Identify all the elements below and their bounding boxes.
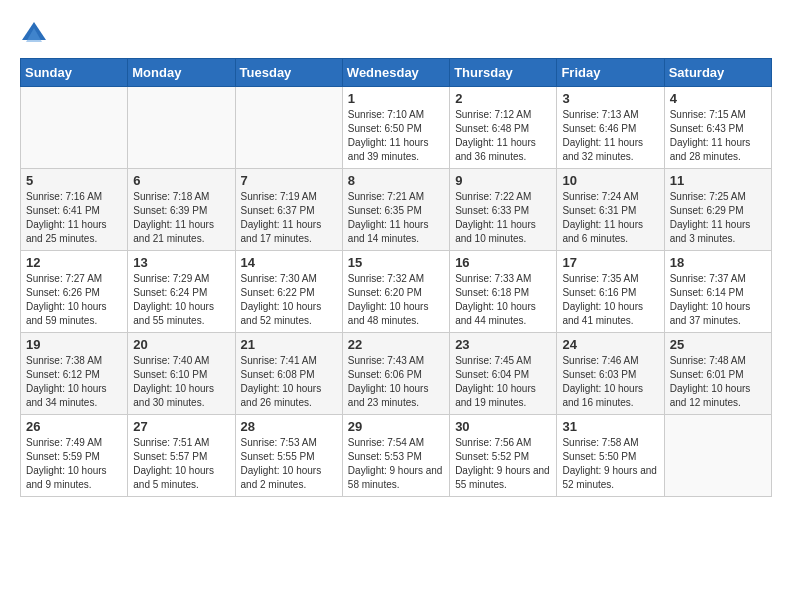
day-info: Sunrise: 7:27 AM Sunset: 6:26 PM Dayligh… — [26, 272, 122, 328]
weekday-header-thursday: Thursday — [450, 59, 557, 87]
day-info: Sunrise: 7:12 AM Sunset: 6:48 PM Dayligh… — [455, 108, 551, 164]
day-number: 24 — [562, 337, 658, 352]
calendar-cell: 9Sunrise: 7:22 AM Sunset: 6:33 PM Daylig… — [450, 169, 557, 251]
day-number: 14 — [241, 255, 337, 270]
day-info: Sunrise: 7:33 AM Sunset: 6:18 PM Dayligh… — [455, 272, 551, 328]
day-info: Sunrise: 7:10 AM Sunset: 6:50 PM Dayligh… — [348, 108, 444, 164]
calendar-cell: 11Sunrise: 7:25 AM Sunset: 6:29 PM Dayli… — [664, 169, 771, 251]
day-number: 22 — [348, 337, 444, 352]
day-number: 12 — [26, 255, 122, 270]
day-number: 25 — [670, 337, 766, 352]
day-info: Sunrise: 7:32 AM Sunset: 6:20 PM Dayligh… — [348, 272, 444, 328]
day-info: Sunrise: 7:56 AM Sunset: 5:52 PM Dayligh… — [455, 436, 551, 492]
calendar-cell: 26Sunrise: 7:49 AM Sunset: 5:59 PM Dayli… — [21, 415, 128, 497]
day-info: Sunrise: 7:45 AM Sunset: 6:04 PM Dayligh… — [455, 354, 551, 410]
day-info: Sunrise: 7:24 AM Sunset: 6:31 PM Dayligh… — [562, 190, 658, 246]
calendar-cell: 25Sunrise: 7:48 AM Sunset: 6:01 PM Dayli… — [664, 333, 771, 415]
day-number: 17 — [562, 255, 658, 270]
day-number: 16 — [455, 255, 551, 270]
calendar-cell: 31Sunrise: 7:58 AM Sunset: 5:50 PM Dayli… — [557, 415, 664, 497]
day-number: 23 — [455, 337, 551, 352]
logo-icon — [20, 20, 48, 48]
day-number: 27 — [133, 419, 229, 434]
calendar-cell: 8Sunrise: 7:21 AM Sunset: 6:35 PM Daylig… — [342, 169, 449, 251]
day-info: Sunrise: 7:21 AM Sunset: 6:35 PM Dayligh… — [348, 190, 444, 246]
calendar-cell: 15Sunrise: 7:32 AM Sunset: 6:20 PM Dayli… — [342, 251, 449, 333]
day-info: Sunrise: 7:29 AM Sunset: 6:24 PM Dayligh… — [133, 272, 229, 328]
calendar-cell: 23Sunrise: 7:45 AM Sunset: 6:04 PM Dayli… — [450, 333, 557, 415]
calendar-week-row: 19Sunrise: 7:38 AM Sunset: 6:12 PM Dayli… — [21, 333, 772, 415]
day-number: 4 — [670, 91, 766, 106]
calendar-cell: 17Sunrise: 7:35 AM Sunset: 6:16 PM Dayli… — [557, 251, 664, 333]
calendar-cell: 18Sunrise: 7:37 AM Sunset: 6:14 PM Dayli… — [664, 251, 771, 333]
day-info: Sunrise: 7:48 AM Sunset: 6:01 PM Dayligh… — [670, 354, 766, 410]
day-number: 5 — [26, 173, 122, 188]
day-number: 3 — [562, 91, 658, 106]
day-number: 31 — [562, 419, 658, 434]
day-info: Sunrise: 7:16 AM Sunset: 6:41 PM Dayligh… — [26, 190, 122, 246]
calendar-cell: 24Sunrise: 7:46 AM Sunset: 6:03 PM Dayli… — [557, 333, 664, 415]
day-info: Sunrise: 7:46 AM Sunset: 6:03 PM Dayligh… — [562, 354, 658, 410]
calendar-cell: 3Sunrise: 7:13 AM Sunset: 6:46 PM Daylig… — [557, 87, 664, 169]
calendar-cell — [128, 87, 235, 169]
day-info: Sunrise: 7:25 AM Sunset: 6:29 PM Dayligh… — [670, 190, 766, 246]
day-info: Sunrise: 7:43 AM Sunset: 6:06 PM Dayligh… — [348, 354, 444, 410]
day-number: 15 — [348, 255, 444, 270]
calendar-cell: 30Sunrise: 7:56 AM Sunset: 5:52 PM Dayli… — [450, 415, 557, 497]
calendar-cell: 28Sunrise: 7:53 AM Sunset: 5:55 PM Dayli… — [235, 415, 342, 497]
day-info: Sunrise: 7:40 AM Sunset: 6:10 PM Dayligh… — [133, 354, 229, 410]
day-number: 21 — [241, 337, 337, 352]
day-number: 20 — [133, 337, 229, 352]
weekday-header-row: SundayMondayTuesdayWednesdayThursdayFrid… — [21, 59, 772, 87]
calendar-cell — [21, 87, 128, 169]
day-info: Sunrise: 7:51 AM Sunset: 5:57 PM Dayligh… — [133, 436, 229, 492]
day-info: Sunrise: 7:41 AM Sunset: 6:08 PM Dayligh… — [241, 354, 337, 410]
calendar-cell: 7Sunrise: 7:19 AM Sunset: 6:37 PM Daylig… — [235, 169, 342, 251]
calendar-cell: 4Sunrise: 7:15 AM Sunset: 6:43 PM Daylig… — [664, 87, 771, 169]
day-number: 2 — [455, 91, 551, 106]
calendar-cell: 6Sunrise: 7:18 AM Sunset: 6:39 PM Daylig… — [128, 169, 235, 251]
calendar-cell: 10Sunrise: 7:24 AM Sunset: 6:31 PM Dayli… — [557, 169, 664, 251]
weekday-header-saturday: Saturday — [664, 59, 771, 87]
day-number: 19 — [26, 337, 122, 352]
calendar-cell: 5Sunrise: 7:16 AM Sunset: 6:41 PM Daylig… — [21, 169, 128, 251]
day-number: 13 — [133, 255, 229, 270]
day-number: 10 — [562, 173, 658, 188]
calendar-cell: 20Sunrise: 7:40 AM Sunset: 6:10 PM Dayli… — [128, 333, 235, 415]
calendar-cell: 13Sunrise: 7:29 AM Sunset: 6:24 PM Dayli… — [128, 251, 235, 333]
calendar-table: SundayMondayTuesdayWednesdayThursdayFrid… — [20, 58, 772, 497]
day-number: 1 — [348, 91, 444, 106]
weekday-header-friday: Friday — [557, 59, 664, 87]
calendar-cell: 19Sunrise: 7:38 AM Sunset: 6:12 PM Dayli… — [21, 333, 128, 415]
calendar-week-row: 12Sunrise: 7:27 AM Sunset: 6:26 PM Dayli… — [21, 251, 772, 333]
day-info: Sunrise: 7:54 AM Sunset: 5:53 PM Dayligh… — [348, 436, 444, 492]
calendar-week-row: 1Sunrise: 7:10 AM Sunset: 6:50 PM Daylig… — [21, 87, 772, 169]
weekday-header-wednesday: Wednesday — [342, 59, 449, 87]
day-info: Sunrise: 7:58 AM Sunset: 5:50 PM Dayligh… — [562, 436, 658, 492]
calendar-cell: 21Sunrise: 7:41 AM Sunset: 6:08 PM Dayli… — [235, 333, 342, 415]
day-info: Sunrise: 7:15 AM Sunset: 6:43 PM Dayligh… — [670, 108, 766, 164]
calendar-cell: 22Sunrise: 7:43 AM Sunset: 6:06 PM Dayli… — [342, 333, 449, 415]
calendar-week-row: 26Sunrise: 7:49 AM Sunset: 5:59 PM Dayli… — [21, 415, 772, 497]
day-number: 28 — [241, 419, 337, 434]
weekday-header-monday: Monday — [128, 59, 235, 87]
day-info: Sunrise: 7:38 AM Sunset: 6:12 PM Dayligh… — [26, 354, 122, 410]
day-info: Sunrise: 7:53 AM Sunset: 5:55 PM Dayligh… — [241, 436, 337, 492]
day-number: 6 — [133, 173, 229, 188]
calendar-cell: 14Sunrise: 7:30 AM Sunset: 6:22 PM Dayli… — [235, 251, 342, 333]
calendar-cell: 16Sunrise: 7:33 AM Sunset: 6:18 PM Dayli… — [450, 251, 557, 333]
calendar-cell — [235, 87, 342, 169]
calendar-cell: 1Sunrise: 7:10 AM Sunset: 6:50 PM Daylig… — [342, 87, 449, 169]
day-info: Sunrise: 7:13 AM Sunset: 6:46 PM Dayligh… — [562, 108, 658, 164]
day-info: Sunrise: 7:35 AM Sunset: 6:16 PM Dayligh… — [562, 272, 658, 328]
day-info: Sunrise: 7:37 AM Sunset: 6:14 PM Dayligh… — [670, 272, 766, 328]
logo — [20, 20, 52, 48]
day-number: 9 — [455, 173, 551, 188]
day-number: 30 — [455, 419, 551, 434]
calendar-week-row: 5Sunrise: 7:16 AM Sunset: 6:41 PM Daylig… — [21, 169, 772, 251]
day-number: 29 — [348, 419, 444, 434]
day-info: Sunrise: 7:30 AM Sunset: 6:22 PM Dayligh… — [241, 272, 337, 328]
day-info: Sunrise: 7:49 AM Sunset: 5:59 PM Dayligh… — [26, 436, 122, 492]
day-info: Sunrise: 7:18 AM Sunset: 6:39 PM Dayligh… — [133, 190, 229, 246]
calendar-cell: 27Sunrise: 7:51 AM Sunset: 5:57 PM Dayli… — [128, 415, 235, 497]
